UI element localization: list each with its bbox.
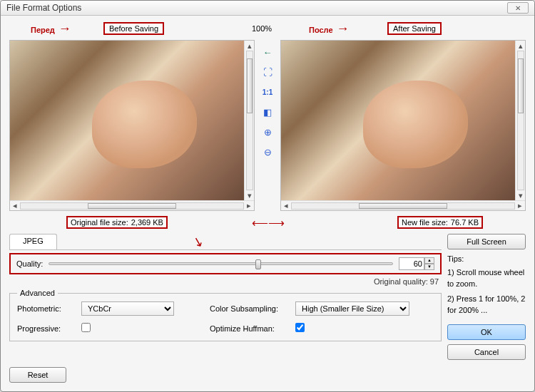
tab-jpeg[interactable]: JPEG: [9, 234, 57, 249]
subsampling-select[interactable]: High (Smaller File Size): [295, 301, 409, 316]
advanced-legend: Advanced: [17, 289, 58, 297]
scroll-left-icon[interactable]: ◂: [10, 201, 20, 210]
annotation-row: Перед → Before Saving 100% После → After…: [9, 21, 526, 36]
spin-up-icon[interactable]: ▲: [424, 257, 434, 264]
after-saving-label: After Saving: [387, 22, 442, 35]
diag-arrow-icon: ↘: [190, 232, 205, 250]
scroll-right-icon[interactable]: ▸: [515, 201, 525, 210]
quality-slider-thumb[interactable]: [255, 259, 261, 269]
lower-panel: JPEG ↘ Quality: ▲ ▼: [9, 234, 526, 360]
photometric-select[interactable]: YCbCr: [81, 301, 174, 316]
photometric-label: Photometric:: [17, 304, 81, 313]
vscrollbar-before[interactable]: ▴ ▾: [244, 41, 254, 200]
vscroll-thumb[interactable]: [518, 58, 524, 114]
close-button[interactable]: ✕: [507, 2, 529, 14]
subsampling-label: Color Subsampling:: [210, 304, 295, 313]
preview-before: ▴ ▾ ◂ ▸: [9, 40, 255, 211]
settings-panel: JPEG ↘ Quality: ▲ ▼: [9, 234, 442, 360]
window-title: File Format Options: [6, 3, 507, 13]
new-filesize: New file size: 76.7 KB: [397, 216, 483, 229]
spin-down-icon[interactable]: ▼: [424, 264, 434, 270]
tip-1: 1) Scroll mouse wheel to zoom.: [447, 267, 526, 289]
progressive-label: Progressive:: [17, 324, 81, 333]
tool-column: ← ⛶ 1:1 ◧ ⊕ ⊖: [259, 40, 276, 211]
quality-input[interactable]: [399, 257, 424, 270]
quality-label: Quality:: [16, 259, 43, 268]
fullscreen-button[interactable]: Full Screen: [447, 234, 526, 249]
actual-size-icon[interactable]: 1:1: [261, 86, 274, 98]
double-arrow-icon: ⟵ ⟶: [252, 216, 283, 229]
original-filesize-label: Original file size:: [71, 218, 128, 227]
advanced-group: Advanced Photometric: YCbCr Color Subsam…: [9, 289, 442, 341]
fit-window-icon[interactable]: ⛶: [261, 66, 274, 78]
dialog-window: File Format Options ✕ Перед → Before Sav…: [0, 0, 535, 392]
quality-row: Quality: ▲ ▼: [9, 253, 442, 274]
tips-header: Tips:: [447, 254, 526, 264]
cancel-button[interactable]: Cancel: [447, 344, 526, 360]
vscroll-thumb[interactable]: [247, 58, 253, 114]
huffman-checkbox[interactable]: [295, 323, 305, 332]
zoom-out-icon[interactable]: ⊖: [261, 145, 274, 158]
scroll-down-icon[interactable]: ▾: [516, 190, 525, 200]
side-panel: Full Screen Tips: 1) Scroll mouse wheel …: [447, 234, 526, 360]
fit-width-icon[interactable]: ◧: [261, 105, 274, 118]
scroll-up-icon[interactable]: ▴: [245, 41, 254, 51]
arrow-right-icon: →: [337, 21, 350, 36]
preview-after: ▴ ▾ ◂ ▸: [280, 40, 526, 211]
preview-before-image[interactable]: [10, 41, 244, 200]
filesize-row: Original file size: 2,369 KB ⟵ ⟶ New fil…: [9, 215, 526, 229]
quality-slider[interactable]: [49, 262, 393, 265]
content-area: Перед → Before Saving 100% После → After…: [1, 16, 534, 391]
quality-spinner: ▲ ▼: [399, 257, 434, 270]
scroll-left-icon[interactable]: ◂: [281, 201, 291, 210]
vscrollbar-after[interactable]: ▴ ▾: [515, 41, 525, 200]
zoom-in-icon[interactable]: ⊕: [261, 125, 274, 138]
preview-area: ▴ ▾ ◂ ▸ ← ⛶ 1:1 ◧ ⊕ ⊖: [9, 40, 526, 211]
annotation-after: После →: [309, 21, 350, 36]
hscroll-thumb[interactable]: [88, 203, 177, 209]
before-saving-label: Before Saving: [103, 22, 164, 35]
hscrollbar-after[interactable]: ◂ ▸: [281, 200, 525, 210]
annotation-before: Перед →: [31, 21, 71, 36]
back-icon[interactable]: ←: [261, 46, 274, 58]
original-filesize: Original file size: 2,369 KB: [66, 216, 168, 229]
arrow-right-icon: →: [58, 21, 71, 36]
scroll-up-icon[interactable]: ▴: [516, 41, 525, 51]
zoom-percentage: 100%: [252, 24, 272, 33]
preview-after-image[interactable]: [281, 41, 515, 200]
hscroll-thumb[interactable]: [359, 203, 448, 209]
new-filesize-label: New file size:: [402, 218, 448, 227]
bottom-row: Reset: [9, 364, 526, 383]
original-filesize-value: 2,369 KB: [131, 218, 163, 227]
new-filesize-value: 76.7 KB: [451, 218, 479, 227]
scroll-down-icon[interactable]: ▾: [245, 190, 254, 200]
annotation-before-text: Перед: [31, 26, 55, 34]
reset-button[interactable]: Reset: [9, 367, 66, 383]
format-tabs: JPEG ↘: [9, 234, 442, 250]
tips-text: Tips: 1) Scroll mouse wheel to zoom. 2) …: [447, 254, 526, 316]
tip-2: 2) Press 1 for 100%, 2 for 200% ...: [447, 294, 526, 316]
scroll-right-icon[interactable]: ▸: [244, 201, 254, 210]
hscrollbar-before[interactable]: ◂ ▸: [10, 200, 254, 210]
progressive-checkbox[interactable]: [81, 323, 91, 332]
ok-button[interactable]: OK: [447, 324, 526, 340]
original-quality: Original quality: 97: [9, 277, 442, 286]
huffman-label: Optimize Huffman:: [210, 324, 295, 333]
titlebar: File Format Options ✕: [1, 1, 534, 16]
annotation-after-text: После: [309, 26, 333, 34]
